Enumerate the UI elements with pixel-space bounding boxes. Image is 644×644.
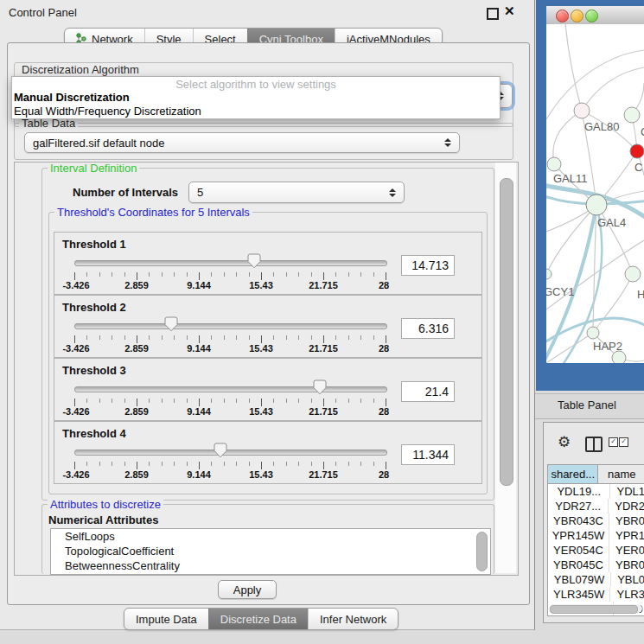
slider-thumb[interactable] bbox=[164, 316, 178, 332]
threshold-panel: Threshold 2 -3.4262.8599.14415.4321.7152… bbox=[54, 295, 482, 358]
table-row[interactable]: YER054CYER0 bbox=[548, 543, 644, 558]
node-gal80[interactable] bbox=[574, 103, 590, 118]
node-h[interactable] bbox=[625, 266, 641, 282]
threshold-panel: Threshold 3 -3.4262.8599.14415.4321.7152… bbox=[54, 358, 482, 421]
combo-arrows-icon bbox=[444, 138, 451, 147]
slider-tick-labels: -3.4262.8599.14415.4321.71528 bbox=[74, 343, 386, 354]
threshold-value-field[interactable]: 6.316 bbox=[401, 318, 455, 339]
cyni-bottom-tabbar: Impute Data Discretize Data Infer Networ… bbox=[124, 608, 399, 630]
node-gcy1[interactable] bbox=[546, 269, 552, 279]
node-g[interactable] bbox=[624, 107, 640, 123]
network-canvas[interactable]: GAL80 GAL11 GAL4 GCY1 HAP2 H C G bbox=[546, 24, 644, 363]
tab-discretize-data[interactable]: Discretize Data bbox=[208, 609, 308, 629]
node-label: GAL11 bbox=[553, 172, 588, 185]
threshold-slider[interactable] bbox=[74, 386, 387, 392]
checkbox-icon[interactable]: ✓ bbox=[609, 437, 618, 447]
threshold-label: Threshold 3 bbox=[62, 364, 126, 377]
float-window-icon[interactable] bbox=[487, 8, 499, 20]
node-red-selected[interactable] bbox=[630, 144, 644, 158]
combo-arrows-icon bbox=[389, 188, 396, 197]
table-data-combobox[interactable]: galFiltered.sif default node bbox=[24, 132, 460, 153]
table-data-value: galFiltered.sif default node bbox=[33, 137, 164, 150]
num-intervals-combobox[interactable]: 5 bbox=[188, 182, 405, 203]
table-row[interactable]: YBL079WYBL0 bbox=[548, 572, 644, 587]
vertical-scrollbar-thumb[interactable] bbox=[500, 178, 513, 486]
thresholds-group-title: Threshold's Coordinates for 5 Intervals bbox=[54, 207, 252, 218]
node-label: GAL80 bbox=[584, 120, 619, 133]
column-header-shared-name[interactable]: shared... bbox=[548, 465, 598, 483]
threshold-slider[interactable] bbox=[74, 450, 387, 456]
control-panel-title: Control Panel bbox=[9, 6, 77, 19]
threshold-slider[interactable] bbox=[74, 260, 387, 266]
slider-tick-labels: -3.4262.8599.14415.4321.71528 bbox=[74, 280, 386, 290]
table-row[interactable]: YBR045CYBR0 bbox=[548, 558, 644, 572]
slider-thumb[interactable] bbox=[247, 253, 261, 269]
column-header-name[interactable]: name bbox=[598, 465, 644, 483]
slider-ticks bbox=[74, 399, 386, 406]
node-label: GAL4 bbox=[597, 216, 626, 229]
table-row[interactable]: YDL19...YDL1 bbox=[548, 484, 644, 499]
algorithm-option-manual[interactable]: Manual Discretization bbox=[12, 91, 500, 105]
numerical-attributes-list[interactable]: SelfLoops TopologicalCoefficient Between… bbox=[50, 528, 491, 575]
tab-infer-network[interactable]: Infer Network bbox=[308, 609, 398, 629]
node-gal11[interactable] bbox=[547, 157, 561, 171]
table-row[interactable]: YPR145WYPR1 bbox=[548, 528, 644, 543]
slider-tick-labels: -3.4262.8599.14415.4321.71528 bbox=[74, 406, 386, 417]
discretization-algorithm-group-title: Discretization Algorithm bbox=[19, 64, 142, 75]
threshold-label: Threshold 4 bbox=[62, 427, 126, 440]
list-item[interactable]: BetweennessCentrality bbox=[51, 558, 490, 573]
column-manager-icon[interactable] bbox=[585, 437, 603, 452]
table-row[interactable]: YDR27...YDR2 bbox=[548, 499, 644, 513]
node-label: C bbox=[634, 161, 642, 174]
close-traffic-light-icon[interactable] bbox=[556, 10, 569, 22]
num-intervals-value: 5 bbox=[197, 186, 203, 199]
table-header-row: shared... name bbox=[548, 465, 644, 484]
node-hap2[interactable] bbox=[587, 327, 599, 339]
algorithm-dropdown-popup: Select algorithm to view settings Manual… bbox=[11, 76, 501, 119]
threshold-value-field[interactable]: 14.713 bbox=[401, 255, 455, 276]
algorithm-option-equal-width[interactable]: Equal Width/Frequency Discretization bbox=[12, 105, 500, 118]
threshold-label: Threshold 2 bbox=[62, 301, 126, 314]
slider-tick-labels: -3.4262.8599.14415.4321.71528 bbox=[74, 469, 386, 480]
interval-definition-title: Interval Definition bbox=[48, 163, 139, 174]
close-icon[interactable]: ✕ bbox=[504, 3, 515, 19]
node-gal4[interactable] bbox=[586, 194, 607, 215]
threshold-label: Threshold 1 bbox=[62, 238, 126, 251]
threshold-panel: Threshold 4 -3.4262.8599.14415.4321.7152… bbox=[54, 421, 482, 484]
minimize-traffic-light-icon[interactable] bbox=[571, 10, 583, 22]
slider-ticks bbox=[74, 272, 386, 280]
slider-ticks bbox=[74, 335, 386, 343]
slider-thumb[interactable] bbox=[313, 379, 327, 395]
table-hscrollbar[interactable] bbox=[549, 604, 642, 613]
node-partial[interactable] bbox=[612, 351, 626, 363]
node-label: GCY1 bbox=[546, 285, 574, 298]
table-panel-title: Table Panel bbox=[558, 399, 616, 411]
apply-button[interactable]: Apply bbox=[218, 580, 277, 599]
num-intervals-label: Number of Intervals bbox=[73, 186, 178, 199]
list-item[interactable]: TopologicalCoefficient bbox=[51, 544, 490, 558]
numerical-attributes-label: Numerical Attributes bbox=[48, 513, 158, 526]
attributes-group-title: Attributes to discretize bbox=[48, 499, 163, 510]
node-label: H bbox=[637, 288, 644, 301]
threshold-value-field[interactable]: 21.4 bbox=[401, 381, 455, 402]
threshold-slider[interactable] bbox=[74, 323, 387, 329]
slider-thumb[interactable] bbox=[214, 443, 227, 458]
list-item[interactable]: SelfLoops bbox=[51, 529, 490, 544]
zoom-traffic-light-icon[interactable] bbox=[585, 10, 598, 22]
algorithm-popup-hint: Select algorithm to view settings bbox=[12, 77, 500, 91]
network-window-titlebar[interactable] bbox=[546, 6, 644, 25]
network-graph bbox=[546, 24, 644, 363]
threshold-value-field[interactable]: 11.344 bbox=[401, 444, 455, 465]
control-panel-window: Control Panel ✕ Network Style Select Cyn… bbox=[0, 0, 535, 630]
table-row[interactable]: YLR345WYLR3 bbox=[548, 587, 644, 602]
checkbox-icon[interactable]: ✓ bbox=[619, 437, 628, 447]
threshold-panel: Threshold 1 -3.4262.8599.14415.4321.7152… bbox=[54, 232, 482, 295]
list-scrollbar-thumb[interactable] bbox=[476, 532, 488, 571]
node-label: HAP2 bbox=[593, 340, 622, 353]
tab-impute-data[interactable]: Impute Data bbox=[124, 609, 208, 629]
table-hscrollbar-thumb[interactable] bbox=[550, 605, 638, 614]
node-table[interactable]: shared... name YDL19...YDL1 YDR27...YDR2… bbox=[547, 464, 644, 616]
table-row[interactable]: YBR043CYBR0 bbox=[548, 513, 644, 528]
gear-icon[interactable]: ⚙ bbox=[558, 435, 571, 450]
node-label: G bbox=[641, 125, 644, 138]
